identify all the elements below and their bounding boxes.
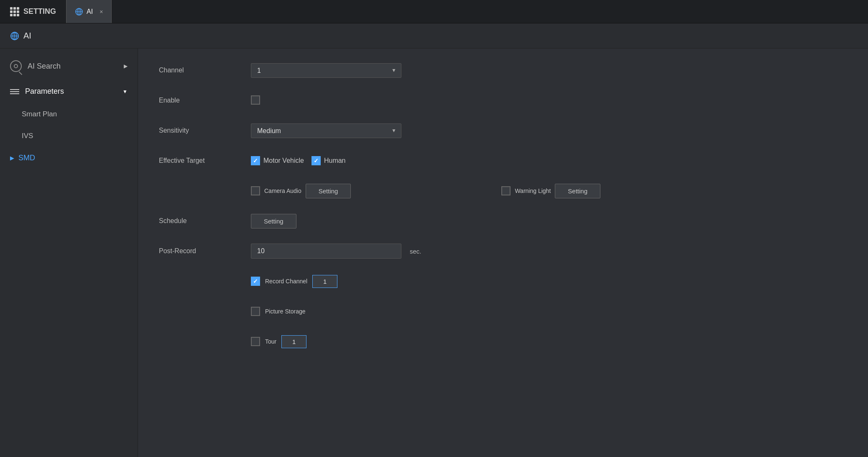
ivs-label: IVS [22,132,33,140]
effective-target-row: Effective Target Motor Vehicle Human [159,151,847,170]
record-channel-input[interactable] [312,275,337,288]
chevron-right-icon: ▶ [10,155,14,161]
warning-light-setting-button[interactable]: Setting [555,184,600,198]
page-globe-icon [10,31,19,41]
sidebar-item-ivs[interactable]: IVS [0,125,138,147]
channel-select[interactable]: 1 2 3 4 [251,63,401,78]
sidebar: AI Search ▶ Parameters ▼ Smart Plan IVS … [0,49,138,457]
smd-label: SMD [18,154,35,162]
sidebar-item-smart-plan[interactable]: Smart Plan [0,103,138,125]
sensitivity-label: Sensitivity [159,127,251,134]
warning-light-item: Warning Light Setting [501,184,600,198]
camera-audio-setting-button[interactable]: Setting [306,184,351,198]
sidebar-item-smd[interactable]: ▶ SMD [0,147,138,169]
tour-row: Tour [159,332,847,351]
enable-label: Enable [159,97,251,104]
main-layout: AI Search ▶ Parameters ▼ Smart Plan IVS … [0,49,868,457]
sidebar-item-ai-search[interactable]: AI Search ▶ [0,53,138,80]
camera-audio-checkbox[interactable] [251,186,260,195]
page-title: AI [23,31,31,41]
record-channel-label: Record Channel [265,278,307,285]
tour-label: Tour [265,338,276,345]
human-label: Human [324,157,346,164]
tour-input[interactable] [281,335,306,348]
sensitivity-select[interactable]: Low Medium High [251,123,401,138]
chevron-right-icon: ▶ [124,63,128,69]
ai-tab-label: AI [87,8,93,15]
motor-vehicle-label: Motor Vehicle [263,157,304,164]
human-item: Human [311,156,346,165]
picture-storage-control: Picture Storage [251,307,306,316]
sensitivity-select-wrapper: Low Medium High [251,123,401,138]
record-channel-checkbox[interactable] [251,277,260,286]
schedule-label: Schedule [159,217,251,225]
human-checkbox[interactable] [311,156,321,165]
post-record-input[interactable] [251,244,401,259]
picture-storage-row: Picture Storage [159,302,847,321]
channel-row: Channel 1 2 3 4 [159,61,847,80]
ai-search-label: AI Search [28,62,61,71]
audio-warning-row: Camera Audio Setting Warning Light Setti… [159,182,847,200]
camera-audio-item: Camera Audio Setting [251,184,351,198]
post-record-row: Post-Record sec. [159,242,847,260]
dual-row: Camera Audio Setting Warning Light Setti… [251,184,600,198]
channel-label: Channel [159,67,251,74]
schedule-setting-button[interactable]: Setting [251,214,296,228]
tour-checkbox[interactable] [251,337,260,346]
post-record-control: sec. [251,244,421,259]
motor-vehicle-checkbox[interactable] [251,156,260,165]
target-group: Motor Vehicle Human [251,156,346,165]
sidebar-item-parameters[interactable]: Parameters ▼ [0,80,138,103]
schedule-row: Schedule Setting [159,212,847,230]
close-icon[interactable]: × [100,8,103,15]
search-icon [10,60,22,72]
parameters-label: Parameters [25,87,64,96]
content-area: Channel 1 2 3 4 Enable Sensitivity [138,49,868,457]
title-bar: SETTING AI × [0,0,868,23]
motor-vehicle-item: Motor Vehicle [251,156,304,165]
setting-label: SETTING [23,7,56,16]
tour-control: Tour [251,335,306,348]
warning-light-label: Warning Light [515,187,551,194]
schedule-setting: Setting [251,214,296,228]
lines-icon [10,89,19,94]
picture-storage-checkbox[interactable] [251,307,260,316]
warning-light-checkbox[interactable] [501,186,511,195]
ai-tab[interactable]: AI × [66,0,112,23]
post-record-label: Post-Record [159,247,251,255]
effective-target-label: Effective Target [159,157,251,164]
record-channel-control: Record Channel [251,275,337,288]
grid-icon [10,7,19,16]
chevron-down-icon: ▼ [123,89,128,95]
enable-checkbox-box[interactable] [251,95,260,105]
picture-storage-label: Picture Storage [265,308,306,315]
setting-tab[interactable]: SETTING [0,0,66,23]
enable-row: Enable [159,91,847,110]
channel-select-wrapper: 1 2 3 4 [251,63,401,78]
post-record-unit: sec. [410,248,421,255]
globe-icon [75,8,83,16]
enable-checkbox[interactable] [251,95,260,106]
sensitivity-row: Sensitivity Low Medium High [159,121,847,140]
page-header: AI [0,23,868,49]
record-channel-row: Record Channel [159,272,847,290]
camera-audio-label: Camera Audio [264,187,301,194]
smart-plan-label: Smart Plan [22,110,57,118]
